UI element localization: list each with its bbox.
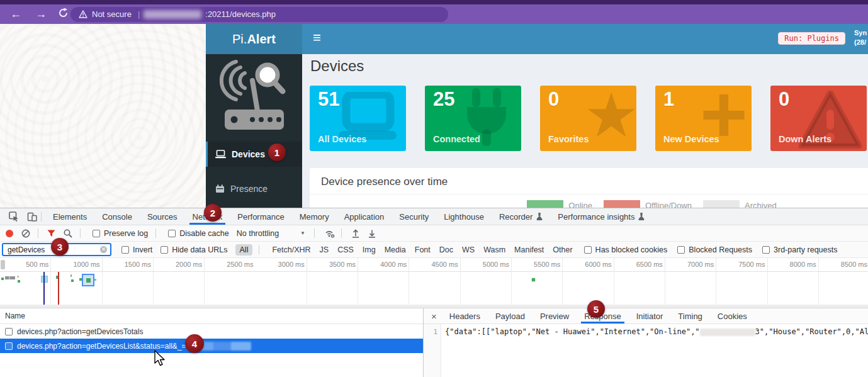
request-list-header[interactable]: Name [0,308,423,324]
legend-item-archived[interactable]: Archived [703,200,777,208]
annotation-badge-3: 3 [51,238,69,256]
laptop-icon [215,150,226,159]
filter-type-media[interactable]: Media [385,245,406,254]
throttling-select[interactable]: No throttling [237,229,279,238]
chart-legend: Online Offline/Down Archived [371,200,868,208]
filter-type-wasm[interactable]: Wasm [483,245,505,254]
timeline-scroll-nub[interactable] [1,260,5,269]
tab-performance[interactable]: Performance [230,208,291,225]
card-down-alerts[interactable]: 0 Down Alerts [770,86,867,151]
presence-panel: Device presence over time Online Offline… [310,168,868,208]
tab-recorder[interactable]: Recorder [492,208,550,225]
disable-cache-checkbox[interactable] [168,230,176,237]
request-checkbox[interactable] [5,328,13,335]
timeline-tick: 2500 ms [205,258,256,271]
export-har-icon[interactable] [368,229,376,238]
network-lower-split: Name devices.php?action=getDevicesTotals… [0,308,868,377]
filter-type-other[interactable]: Other [553,245,572,254]
detail-tab-preview[interactable]: Preview [533,308,577,324]
network-conditions-icon[interactable] [324,229,335,238]
router-scan-logo-icon [220,59,289,133]
legend-item-online[interactable]: Online [527,200,592,208]
clear-icon[interactable] [21,229,30,238]
tab-label: Performance insights [558,212,634,222]
timeline-tick: 1500 ms [103,258,154,271]
timeline-tick: 4000 ms [358,258,409,271]
devtools-tabbar: Elements Console Sources Network Perform… [0,208,868,225]
inspect-element-icon[interactable] [9,211,19,222]
tab-console[interactable]: Console [94,208,140,225]
detail-tab-timing[interactable]: Timing [670,308,710,324]
tab-sources[interactable]: Sources [140,208,185,225]
filter-type-js[interactable]: JS [320,245,329,254]
app-logo-title[interactable]: Pi.Alert [206,24,302,54]
sidebar-item-presence[interactable]: Presence [206,176,302,201]
tab-application[interactable]: Application [337,208,392,225]
timeline-tick: 6500 ms [614,258,665,271]
third-party-requests-checkbox[interactable] [762,246,770,254]
request-row-devices-list[interactable]: devices.php?action=getDevicesList&status… [0,339,423,353]
card-favorites[interactable]: ★ 0 Favorites [540,86,636,151]
invert-checkbox[interactable] [121,246,129,254]
filter-icon[interactable] [47,230,55,237]
import-har-icon[interactable] [352,229,359,238]
filter-type-img[interactable]: Img [363,245,376,254]
tab-elements[interactable]: Elements [45,208,94,225]
filter-type-doc[interactable]: Doc [439,245,453,254]
device-toolbar-icon[interactable] [27,212,37,222]
legend-item-offline[interactable]: Offline/Down [604,200,692,208]
card-new-devices[interactable]: + 1 New Devices [655,86,752,151]
request-checkbox[interactable] [5,342,13,350]
blocked-requests-checkbox[interactable] [677,246,685,254]
timeline-ruler[interactable]: 500 ms 1000 ms 1500 ms 2000 ms 2500 ms 3… [0,258,868,272]
card-value: 25 [433,88,454,111]
tab-security[interactable]: Security [392,208,436,225]
card-all-devices[interactable]: 51 All Devices [310,86,406,151]
detail-tab-initiator[interactable]: Initiator [629,308,671,324]
filter-type-fetch-xhr[interactable]: Fetch/XHR [272,245,310,254]
preserve-log-checkbox[interactable] [93,230,100,237]
search-icon[interactable] [64,229,72,238]
filter-input[interactable] [6,245,84,255]
card-connected[interactable]: 25 Connected [425,86,521,151]
card-label: New Devices [663,134,719,144]
tab-memory[interactable]: Memory [292,208,337,225]
request-detail-pane: × Headers Payload Preview Response Initi… [424,308,868,377]
filter-type-manifest[interactable]: Manifest [514,245,544,254]
waterfall-mark [532,278,535,281]
network-overview-waterfall[interactable] [0,272,868,308]
tab-performance-insights[interactable]: Performance insights [550,208,652,225]
address-bar[interactable]: Not secure | :20211/devices.php [70,7,448,22]
record-button[interactable] [6,230,13,237]
close-icon[interactable]: × [431,312,437,321]
annotation-badge-4: 4 [185,334,204,353]
filter-type-css[interactable]: CSS [337,245,354,254]
detail-tab-cookies[interactable]: Cookies [710,308,755,324]
filter-type-font[interactable]: Font [415,245,431,254]
timeline-tick: 2000 ms [154,258,205,271]
waterfall-mark [18,280,20,283]
back-button[interactable]: ← [10,6,21,21]
response-viewer: 1 {"data":[["laptop","Net - Huawei","Int… [424,324,868,377]
waterfall-selected-request[interactable] [82,274,94,286]
star-icon: ★ [583,86,636,150]
run-plugins-button[interactable]: Run: Plugins [778,32,845,45]
overview-bottom-strip [0,305,868,308]
forward-button[interactable]: → [35,6,47,21]
app-header: ≡ Run: Plugins Syn (28/ [302,24,868,54]
chevron-down-icon[interactable]: ▼ [300,230,305,236]
calendar-icon [215,184,225,193]
sidebar-item-devices[interactable]: Devices [206,142,302,167]
has-blocked-cookies-checkbox[interactable] [584,246,592,254]
experiment-flask-icon [638,213,645,220]
detail-tab-headers[interactable]: Headers [442,308,488,324]
hide-data-urls-checkbox[interactable] [161,246,168,254]
filter-type-all[interactable]: All [235,244,253,256]
request-row-totals[interactable]: devices.php?action=getDevicesTotals [0,324,423,339]
filter-type-ws[interactable]: WS [462,245,475,254]
detail-tab-payload[interactable]: Payload [488,308,533,324]
sidebar-toggle-icon[interactable]: ≡ [313,30,321,46]
reload-icon[interactable] [58,8,69,18]
clear-filter-icon[interactable]: ✕ [100,246,107,253]
tab-lighthouse[interactable]: Lighthouse [436,208,492,225]
